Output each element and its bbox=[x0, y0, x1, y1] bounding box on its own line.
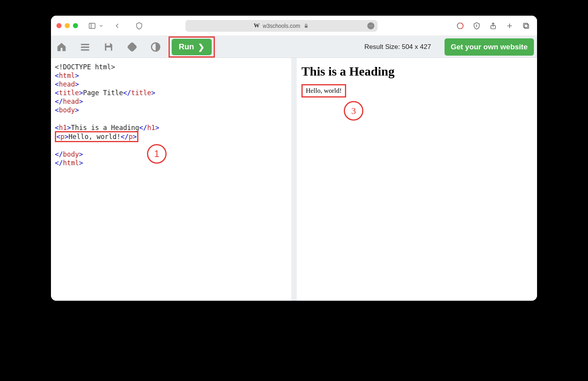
titlebar: W w3schools.com bbox=[51, 16, 537, 36]
svg-rect-11 bbox=[524, 24, 529, 28]
run-button-wrapper: Run ❯ bbox=[172, 39, 212, 55]
tag-p-open: p bbox=[60, 133, 64, 141]
svg-rect-17 bbox=[106, 47, 111, 51]
close-window-button[interactable] bbox=[56, 23, 62, 28]
content-blocker-icon[interactable] bbox=[471, 20, 482, 31]
annotation-circle-3: 3 bbox=[344, 101, 363, 121]
preview-heading: This is a Heading bbox=[301, 64, 532, 79]
shield-icon[interactable] bbox=[134, 20, 145, 31]
svg-rect-0 bbox=[89, 23, 95, 28]
menu-icon[interactable] bbox=[78, 40, 93, 54]
tag-title-close: title bbox=[131, 89, 151, 97]
code-editor-pane[interactable]: <!DOCTYPE html> <html> <head> <title>Pag… bbox=[51, 58, 297, 301]
theme-icon[interactable] bbox=[148, 40, 163, 54]
tag-body: body bbox=[59, 106, 75, 114]
sidebar-toggle[interactable] bbox=[87, 20, 104, 31]
preview-paragraph: Hello, world! bbox=[306, 87, 342, 94]
save-icon[interactable] bbox=[101, 40, 116, 54]
annotation-box-code-line: <p>Hello, world!</p> bbox=[55, 131, 138, 142]
maximize-window-button[interactable] bbox=[73, 23, 78, 28]
tag-head: head bbox=[59, 80, 75, 88]
get-website-button[interactable]: Get your own website bbox=[445, 38, 534, 56]
p-text: Hello, world! bbox=[69, 133, 121, 141]
svg-point-3 bbox=[369, 25, 370, 26]
tabs-overview-icon[interactable] bbox=[521, 20, 532, 31]
home-icon[interactable] bbox=[54, 40, 69, 54]
svg-rect-15 bbox=[81, 49, 89, 50]
svg-rect-18 bbox=[127, 42, 136, 51]
sidebar-icon bbox=[87, 20, 98, 31]
browser-window: W w3schools.com bbox=[51, 16, 537, 301]
tag-h1-close: h1 bbox=[147, 124, 155, 132]
svg-rect-14 bbox=[81, 46, 89, 48]
minimize-window-button[interactable] bbox=[65, 23, 70, 28]
tag-html: html bbox=[59, 72, 75, 79]
site-favicon: W bbox=[254, 22, 260, 29]
annotation-box-run bbox=[169, 36, 215, 58]
svg-rect-2 bbox=[305, 25, 308, 27]
address-bar[interactable]: W w3schools.com bbox=[185, 20, 377, 32]
svg-rect-12 bbox=[523, 23, 528, 27]
traffic-lights bbox=[56, 23, 78, 28]
back-button[interactable] bbox=[112, 20, 123, 31]
address-text: w3schools.com bbox=[263, 23, 300, 29]
svg-rect-16 bbox=[106, 43, 110, 45]
title-text: Page Title bbox=[83, 89, 123, 97]
chevron-down-icon bbox=[98, 20, 104, 31]
lock-icon bbox=[303, 23, 309, 29]
annotation-box-preview: Hello, world! bbox=[301, 84, 346, 98]
annotation-circle-1: 1 bbox=[147, 144, 167, 164]
tag-p-close: p bbox=[129, 133, 132, 141]
tag-html-close: html bbox=[63, 159, 79, 167]
code-editor[interactable]: <!DOCTYPE html> <html> <head> <title>Pag… bbox=[51, 58, 291, 172]
rotate-icon[interactable] bbox=[125, 40, 140, 54]
svg-rect-13 bbox=[81, 43, 89, 45]
tag-body-close: body bbox=[63, 150, 79, 158]
tag-title-open: title bbox=[59, 89, 79, 97]
svg-point-4 bbox=[370, 25, 371, 26]
h1-text: This is a Heading bbox=[71, 124, 139, 132]
code-doctype: <!DOCTYPE html> bbox=[55, 63, 115, 71]
content-area: <!DOCTYPE html> <html> <head> <title>Pag… bbox=[51, 58, 537, 301]
preview-content: This is a Heading Hello, world! 3 bbox=[297, 58, 537, 104]
svg-point-5 bbox=[372, 25, 372, 26]
tag-h1-open: h1 bbox=[59, 124, 67, 132]
editor-toolbar: Run ❯ Result Size: 504 x 427 Get your ow… bbox=[51, 36, 537, 58]
privacy-report-icon[interactable] bbox=[455, 20, 466, 31]
site-options-icon[interactable] bbox=[367, 22, 374, 29]
new-tab-icon[interactable] bbox=[504, 20, 515, 31]
result-size-label: Result Size: 504 x 427 bbox=[365, 43, 436, 51]
titlebar-right bbox=[455, 20, 532, 31]
share-icon[interactable] bbox=[488, 20, 499, 31]
preview-pane: This is a Heading Hello, world! 3 bbox=[297, 58, 537, 301]
tag-head-close: head bbox=[63, 98, 79, 105]
